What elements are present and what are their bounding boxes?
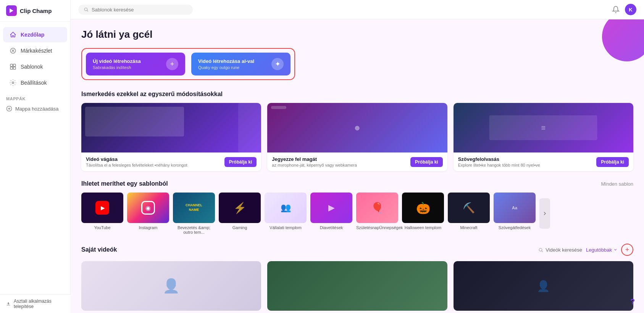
- tutorial-trim-title: Videó vágása: [86, 156, 187, 162]
- logo-icon: [6, 5, 17, 16]
- template-thumb-instagram: [127, 193, 169, 223]
- sidebar-item-home[interactable]: Kezdőlap: [3, 27, 67, 42]
- new-video-button[interactable]: +: [621, 244, 633, 256]
- video-card-3[interactable]: 👤: [454, 261, 633, 311]
- template-label-instagram: Instagram: [139, 225, 158, 230]
- sidebar: Clip Champ Kezdőlap Márkakészlet: [0, 0, 71, 313]
- tutorial-body-record: Jegyezze fel magát az mxrophone-ját, kép…: [267, 152, 447, 171]
- brand-icon: [9, 47, 17, 55]
- video-thumb-person-3: 👤: [537, 280, 550, 292]
- svg-rect-8: [7, 305, 10, 305]
- template-item-gaming[interactable]: ⚡ Gaming: [219, 193, 261, 234]
- template-label-birthday: SzületésnapÜnnepségek: [356, 225, 398, 230]
- video-card-2[interactable]: [267, 261, 447, 311]
- settings-icon: [9, 79, 17, 87]
- templates-title: Ihletet meríthet egy sablonból: [81, 180, 168, 187]
- template-item-youtube[interactable]: YouTube: [81, 193, 123, 234]
- svg-point-6: [12, 82, 14, 84]
- video-card-1[interactable]: 👤: [81, 261, 261, 311]
- svg-rect-2: [10, 64, 13, 66]
- page-title: Jó látni ya gcél: [81, 29, 633, 40]
- videos-search-label: Videók keresése: [546, 247, 582, 253]
- videos-row: 👤 👤: [81, 261, 633, 311]
- template-label-gaming: Gaming: [232, 225, 247, 230]
- template-label-slideshow: Diavetítések: [320, 225, 343, 230]
- my-videos-title: Saját videók: [81, 246, 117, 253]
- tutorial-card-trim: Videó vágása Távolítsa el a felesleges f…: [81, 103, 261, 171]
- add-folder-button[interactable]: Mappa hozzáadása: [0, 103, 70, 115]
- tutorial-card-tts: ≡ Szövegfelolvasás Explore Iltet•ke hang…: [454, 103, 633, 171]
- ai-video-title: Videó létrehozása al-val: [198, 58, 254, 64]
- install-label: Asztali alkalmazás telepítése: [14, 299, 65, 309]
- ai-video-card-text: Videó létrehozása al-val Quaky egy outgo…: [198, 58, 254, 70]
- avatar[interactable]: K: [625, 4, 636, 15]
- sidebar-item-settings[interactable]: Beállítások: [3, 75, 67, 90]
- tutorial-body-trim: Videó vágása Távolítsa el a felesleges f…: [81, 152, 261, 171]
- template-thumb-gaming: ⚡: [219, 193, 261, 223]
- hero-decoration: [602, 19, 644, 61]
- template-item-halloween[interactable]: 🎃 Halloween templom: [402, 193, 444, 234]
- notification-icon[interactable]: [612, 6, 620, 13]
- template-thumb-birthday: 🎈: [356, 193, 398, 223]
- templates-next-button[interactable]: [539, 198, 550, 229]
- new-video-card-text: Új videó létrehozása Sabrakadás indítesh: [93, 58, 141, 70]
- template-item-instagram[interactable]: Instagram: [127, 193, 169, 234]
- template-item-slideshow[interactable]: ▶ Diavetítések: [310, 193, 352, 234]
- videos-search-icon: [538, 247, 543, 252]
- svg-rect-4: [10, 67, 13, 69]
- new-video-btn[interactable]: +: [166, 58, 178, 70]
- template-thumb-halloween: 🎃: [402, 193, 444, 223]
- new-video-title: Új videó létrehozása: [93, 58, 141, 64]
- template-label-youtube: YouTube: [94, 225, 110, 230]
- template-thumb-textoverlay: Aa: [494, 193, 536, 223]
- templates-section: Ihletet meríthet egy sablonból Minden sa…: [81, 180, 633, 234]
- help-button[interactable]: ?: [626, 295, 639, 308]
- sidebar-item-templates[interactable]: Sablonok: [3, 59, 67, 74]
- template-item-textoverlay[interactable]: Aa Szövegátfedések: [494, 193, 536, 234]
- sort-button[interactable]: Legutóbbak: [586, 247, 617, 253]
- tutorial-trim-subtitle: Távolítsa el a felesleges felvételeket •…: [86, 163, 187, 167]
- search-box[interactable]: [78, 5, 193, 15]
- template-label-corporate: Vállalati templom: [270, 225, 302, 230]
- svg-rect-5: [13, 67, 16, 69]
- tutorial-info-trim: Videó vágása Távolítsa el a felesleges f…: [86, 156, 187, 167]
- tutorials-header: Ismerkedés ezekkel az egyszerű módosítás…: [81, 91, 633, 98]
- new-video-card[interactable]: Új videó létrehozása Sabrakadás indítesh…: [86, 53, 185, 75]
- tutorial-cards-list: Videó vágása Távolítsa el a felesleges f…: [81, 103, 633, 171]
- template-label-channel: Bevezetés &amp; outro tem...: [173, 225, 215, 234]
- ai-video-card[interactable]: Videó létrehozása al-val Quaky egy outgo…: [191, 53, 291, 75]
- svg-rect-3: [13, 64, 16, 66]
- see-all-templates-link[interactable]: Minden sablon: [601, 181, 633, 187]
- home-icon: [9, 31, 17, 39]
- thumb-person-trim: [238, 103, 261, 152]
- install-app-button[interactable]: Asztali alkalmazás telepítése: [0, 294, 71, 313]
- videos-search[interactable]: Videók keresése: [538, 247, 582, 253]
- folders-section-label: MAPPÁK: [0, 91, 70, 103]
- templates-header: Ihletet meríthet egy sablonból Minden sa…: [81, 180, 633, 187]
- new-video-plus-icon: +: [625, 246, 629, 254]
- try-tts-button[interactable]: Próbálja ki: [596, 157, 629, 167]
- sidebar-item-brand[interactable]: Márkakészlet: [3, 43, 67, 58]
- tutorial-info-tts: Szövegfelolvasás Explore Iltet•ke hangok…: [458, 156, 540, 167]
- try-record-button[interactable]: Próbálja ki: [410, 157, 443, 167]
- templates-row: YouTube Instagram CHANNELNAME: [81, 193, 633, 234]
- tutorial-thumb-record: ●: [267, 103, 447, 152]
- topbar: K: [71, 0, 644, 19]
- instagram-icon: [141, 201, 155, 215]
- template-item-birthday[interactable]: 🎈 SzületésnapÜnnepségek: [356, 193, 398, 234]
- search-input[interactable]: [92, 7, 187, 13]
- youtube-play-icon: [95, 201, 109, 215]
- sidebar-item-brand-label: Márkakészlet: [21, 48, 52, 54]
- try-trim-button[interactable]: Próbálja ki: [224, 157, 257, 167]
- template-item-channel[interactable]: CHANNELNAME Bevezetés &amp; outro tem...: [173, 193, 215, 234]
- templates-icon: [9, 63, 17, 71]
- ai-video-btn[interactable]: ✦: [271, 58, 284, 70]
- my-videos-header: Saját videók Videók keresése Legutóbbak: [81, 244, 633, 256]
- tutorial-thumb-tts: ≡: [454, 103, 633, 152]
- template-item-minecraft[interactable]: ⛏️ Minecraft: [448, 193, 490, 234]
- template-item-corporate[interactable]: 👥 Vállalati templom: [265, 193, 307, 234]
- sidebar-item-templates-label: Sablonok: [21, 64, 43, 70]
- my-videos-section: Saját videók Videók keresése Legutóbbak: [81, 244, 633, 311]
- sidebar-item-home-label: Kezdőlap: [21, 32, 44, 38]
- svg-marker-0: [10, 8, 13, 13]
